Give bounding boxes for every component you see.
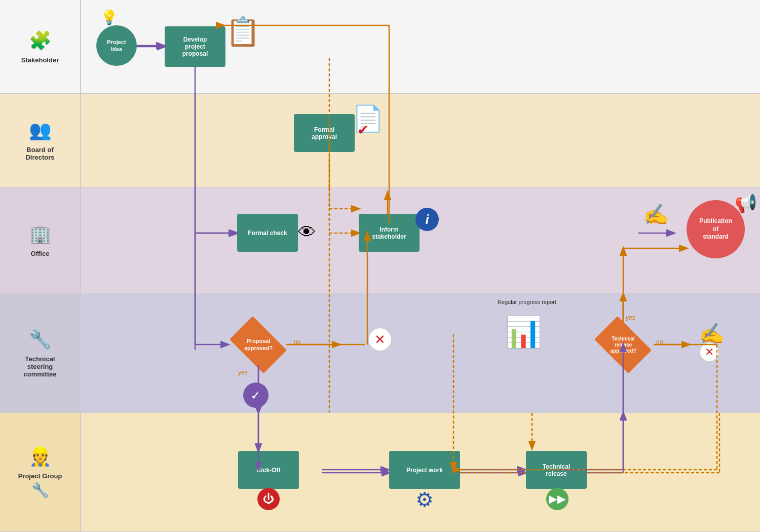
swim-lanes: 🧩 Stakeholder — [0, 0, 760, 532]
project-work-label: Project work — [406, 467, 443, 474]
stakeholder-label: Stakeholder — [21, 56, 59, 64]
power-icon: ⏻ — [257, 488, 280, 510]
signing-icon: ✍️ — [643, 203, 669, 226]
technical-release-label: Technicalrelease — [543, 463, 570, 477]
project-idea-label: ProjectIdea — [107, 39, 126, 53]
formal-check-box: Formal check — [237, 214, 298, 252]
lane-label-board: 👥 Board ofDirectors — [0, 94, 81, 187]
board-svg — [81, 94, 760, 187]
publication-standard-label: Publicationofstandard — [699, 217, 732, 241]
kickoff-box: Kick-Off — [238, 451, 299, 489]
document-icon: 📋 — [225, 15, 260, 48]
gear-icon: ⚙ — [415, 488, 434, 511]
formal-approval-box: Formalapproval — [294, 114, 355, 152]
lane-label-pg: 👷 Project Group 🔧 — [0, 413, 81, 532]
no-label-1: no — [294, 338, 300, 346]
lane-content-tsc: ✕ Proposalapproved? no yes ✓ — [81, 294, 760, 413]
lane-office: 🏢 Office — [0, 187, 760, 294]
tsc-icon: 🔧 — [29, 329, 52, 350]
lane-content-board: Formalapproval 📄 ✔ — [81, 94, 760, 187]
tech-release-approved-diamond: Technicalreleaseapproved? — [593, 323, 654, 366]
lane-pg: 👷 Project Group 🔧 — [0, 413, 760, 532]
proposal-approved-diamond: Proposalapproved? — [228, 323, 289, 366]
project-work-box: Project work — [389, 451, 460, 489]
spreadsheet-icon: 📊 — [504, 314, 542, 350]
pg-label: Project Group — [18, 472, 62, 480]
reject-icon: ✕ — [367, 327, 393, 352]
kickoff-label: Kick-Off — [257, 467, 281, 474]
eye-icon: 👁 — [298, 222, 316, 243]
lane-content-office: Formal check 👁 Informstakeholder i ✍️ Pu… — [81, 187, 760, 294]
develop-proposal-box: Developprojectproposal — [165, 26, 225, 67]
proposal-approved-label: Proposalapproved? — [244, 338, 273, 351]
pg-icon: 👷 — [29, 446, 52, 467]
tsc-svg — [81, 294, 760, 412]
yes-label-2: yes — [626, 314, 635, 321]
no-label-2: no — [656, 338, 663, 346]
lane-tsc: 🔧 Technicalsteeringcommittee — [0, 294, 760, 413]
board-icon: 👥 — [29, 120, 52, 141]
lane-label-tsc: 🔧 Technicalsteeringcommittee — [0, 294, 81, 413]
tech-release-approved-label: Technicalreleaseapproved? — [610, 336, 636, 354]
info-icon: i — [415, 208, 439, 231]
office-label: Office — [31, 250, 50, 257]
board-label: Board ofDirectors — [25, 146, 54, 161]
play-icon: ▶▶ — [546, 488, 568, 510]
checkmark-icon: ✔ — [357, 122, 369, 138]
wrench-icon: 🔧 — [31, 482, 49, 499]
lightbulb-icon: 💡 — [100, 9, 118, 26]
lane-board: 👥 Board ofDirectors Formalapproval 📄 ✔ — [0, 94, 760, 187]
approve-check-icon: ✓ — [243, 383, 269, 408]
progress-report-label: Regular progress report — [497, 299, 557, 305]
inform-stakeholder-box: Informstakeholder — [359, 214, 420, 252]
tsc-label: Technicalsteeringcommittee — [23, 355, 56, 378]
stakeholder-icon: 🧩 — [29, 30, 52, 51]
project-idea-node: ProjectIdea — [96, 25, 137, 66]
lane-label-stakeholder: 🧩 Stakeholder — [0, 0, 81, 94]
megaphone-icon: 📢 — [735, 193, 757, 214]
technical-release-box: Technicalrelease — [526, 451, 587, 489]
lane-stakeholder: 🧩 Stakeholder — [0, 0, 760, 94]
lane-content-pg: Kick-Off ⏻ Project work ⚙ Technicalrelea… — [81, 413, 760, 532]
inform-stakeholder-label: Informstakeholder — [372, 226, 406, 240]
office-icon: 🏢 — [29, 223, 52, 245]
formal-approval-label: Formalapproval — [312, 126, 337, 140]
lane-content-stakeholder: ProjectIdea 💡 Developprojectproposal 📋 — [81, 0, 760, 94]
reject-x-icon: ✕ — [699, 342, 719, 362]
develop-proposal-label: Developprojectproposal — [182, 36, 208, 57]
yes-label-1: yes — [238, 369, 248, 376]
diagram-container: 🧩 Stakeholder — [0, 0, 760, 532]
formal-check-label: Formal check — [248, 230, 287, 237]
lane-label-office: 🏢 Office — [0, 187, 81, 294]
